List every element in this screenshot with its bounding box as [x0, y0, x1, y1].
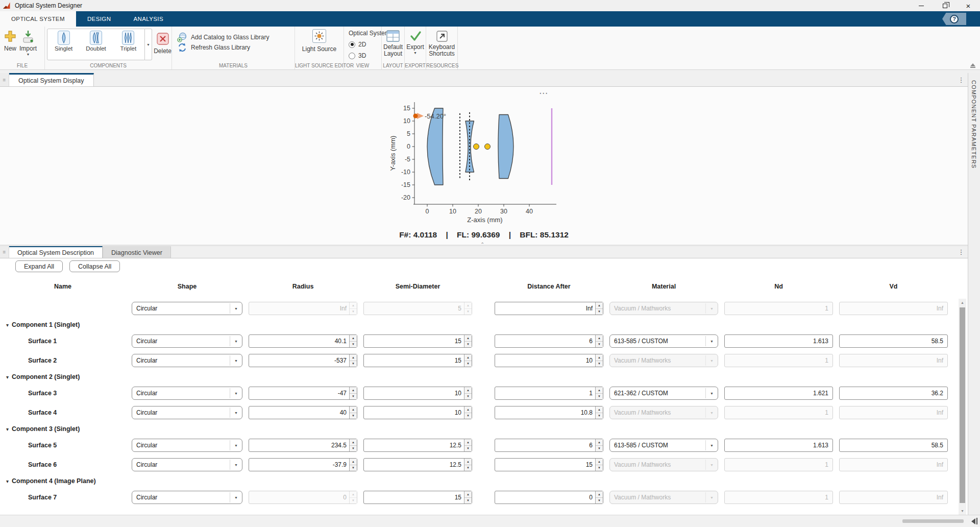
collapse-panel-left-icon[interactable]: [971, 518, 978, 524]
component-group-row[interactable]: ▾Component 4 (Image Plane): [0, 474, 948, 488]
radio-3d[interactable]: 3D: [349, 52, 381, 59]
radius-input[interactable]: -537▲▼: [249, 354, 357, 367]
spin-up-icon[interactable]: ▲: [350, 387, 357, 394]
panel-menu-button[interactable]: ⋮: [954, 246, 968, 258]
field-angle-marker-icon[interactable]: [413, 114, 418, 118]
component-group-row[interactable]: ▾Component 3 (Singlet): [0, 422, 948, 436]
shape-select[interactable]: Circular▼: [132, 439, 242, 452]
dropdown-arrow-zone[interactable]: ▼: [705, 336, 718, 346]
shape-select[interactable]: Circular▼: [132, 491, 242, 504]
radius-input[interactable]: -47▲▼: [249, 387, 357, 400]
dropdown-arrow-zone[interactable]: ▼: [230, 460, 242, 470]
distance-after-input[interactable]: 1▲▼: [495, 387, 603, 400]
spin-down-icon[interactable]: ▼: [596, 394, 603, 400]
spin-down-icon[interactable]: ▼: [350, 413, 357, 419]
horizontal-scrollbar-thumb[interactable]: [902, 519, 964, 523]
dropdown-arrow-zone[interactable]: ▼: [230, 408, 242, 418]
collapse-caret-icon[interactable]: ▾: [6, 478, 9, 484]
component-group-row[interactable]: ▾Component 2 (Singlet): [0, 370, 948, 384]
spin-up-icon[interactable]: ▲: [350, 354, 357, 361]
optical-layout-plot[interactable]: 15 10 5 0 -5 -10 -15 -20 0 10 20 30 40 Y…: [388, 97, 577, 225]
spin-down-icon[interactable]: ▼: [350, 394, 357, 400]
dropdown-arrow-zone[interactable]: ▼: [230, 303, 242, 314]
distance-after-input[interactable]: 0▲▼: [495, 491, 603, 504]
distance-after-input[interactable]: 10▲▼: [495, 354, 603, 367]
shape-select[interactable]: Circular▼: [132, 387, 242, 400]
gallery-dropdown-button[interactable]: ▼: [145, 29, 152, 60]
spin-up-icon[interactable]: ▲: [596, 354, 603, 361]
doublet-button[interactable]: Doublet: [80, 29, 112, 60]
spin-up-icon[interactable]: ▲: [464, 491, 472, 498]
spin-down-icon[interactable]: ▼: [464, 413, 472, 419]
spin-up-icon[interactable]: ▲: [464, 335, 472, 342]
spin-down-icon[interactable]: ▼: [596, 498, 603, 504]
spin-down-icon[interactable]: ▼: [464, 361, 472, 367]
distance-after-input[interactable]: 6▲▼: [495, 439, 603, 452]
material-select[interactable]: 613-585 / CUSTOM▼: [609, 334, 718, 348]
expand-all-button[interactable]: Expand All: [15, 260, 63, 272]
spin-down-icon[interactable]: ▼: [596, 446, 603, 452]
nd-input[interactable]: 1.613: [724, 439, 833, 452]
spin-up-icon[interactable]: ▲: [596, 406, 603, 413]
spin-down-icon[interactable]: ▼: [350, 342, 357, 348]
spin-down-icon[interactable]: ▼: [596, 361, 603, 367]
vd-input[interactable]: 58.5: [839, 439, 948, 452]
spin-up-icon[interactable]: ▲: [596, 335, 603, 342]
spin-down-icon[interactable]: ▼: [464, 465, 472, 471]
dropdown-arrow-zone[interactable]: ▼: [705, 388, 718, 398]
tab-diagnostic-viewer[interactable]: Diagnostic Viewer: [103, 246, 171, 258]
distance-after-input[interactable]: 15▲▼: [495, 458, 603, 471]
spin-up-icon[interactable]: ▲: [350, 335, 357, 342]
dropdown-arrow-zone[interactable]: ▼: [230, 440, 242, 450]
lens-1[interactable]: [427, 108, 443, 185]
spin-up-icon[interactable]: ▲: [464, 354, 472, 361]
spin-up-icon[interactable]: ▲: [596, 439, 603, 446]
semi-diameter-input[interactable]: 15▲▼: [363, 354, 472, 367]
material-select[interactable]: 621-362 / CUSTOM▼: [609, 387, 718, 400]
tab-optical-system-display[interactable]: Optical System Display: [9, 73, 94, 86]
spin-up-icon[interactable]: ▲: [350, 406, 357, 413]
help-button[interactable]: ?: [942, 13, 966, 25]
delete-button[interactable]: Delete: [153, 29, 172, 55]
dropdown-arrow-zone[interactable]: ▼: [230, 388, 242, 398]
material-select[interactable]: 613-585 / CUSTOM▼: [609, 439, 718, 452]
collapse-caret-icon[interactable]: ▾: [6, 322, 9, 328]
spin-down-icon[interactable]: ▼: [350, 446, 357, 452]
radio-2d[interactable]: 2D: [349, 41, 381, 48]
minimize-button[interactable]: [910, 0, 933, 11]
triplet-button[interactable]: Triplet: [112, 29, 144, 60]
radius-input[interactable]: -37.9▲▼: [249, 458, 357, 471]
radius-input[interactable]: 40▲▼: [249, 406, 357, 419]
dropdown-arrow-zone[interactable]: ▼: [230, 355, 242, 366]
semi-diameter-input[interactable]: 12.5▲▼: [363, 439, 472, 452]
vd-input[interactable]: 58.5: [839, 334, 948, 348]
spin-down-icon[interactable]: ▼: [596, 309, 603, 315]
panel-grip-handle[interactable]: ≡: [0, 246, 9, 258]
spin-up-icon[interactable]: ▲: [464, 439, 472, 446]
panel-menu-button[interactable]: ⋮: [954, 73, 968, 86]
scroll-up-icon[interactable]: ▲: [959, 299, 966, 306]
restore-button[interactable]: [933, 0, 957, 11]
component-group-row[interactable]: ▾Component 1 (Singlet): [0, 318, 948, 331]
spin-up-icon[interactable]: ▲: [596, 302, 603, 309]
spin-up-icon[interactable]: ▲: [596, 459, 603, 465]
shape-select[interactable]: Circular▼: [132, 354, 242, 367]
tab-optical-system-description[interactable]: Optical System Description: [9, 246, 103, 258]
lens-3[interactable]: [498, 115, 513, 179]
component-parameters-strip[interactable]: COMPONENT PARAMETERS: [968, 73, 980, 515]
distance-after-input[interactable]: Inf▲▼: [495, 302, 603, 315]
shape-select[interactable]: Circular▼: [132, 334, 242, 348]
spin-up-icon[interactable]: ▲: [464, 459, 472, 465]
import-dropdown-icon[interactable]: ▼: [27, 53, 30, 56]
tab-analysis[interactable]: ANALYSIS: [122, 11, 175, 27]
close-button[interactable]: ×: [957, 0, 980, 11]
spin-up-icon[interactable]: ▲: [350, 439, 357, 446]
spin-down-icon[interactable]: ▼: [350, 361, 357, 367]
field-angle-cone-icon[interactable]: [417, 113, 424, 119]
shape-select[interactable]: Circular▼: [132, 406, 242, 419]
scrollbar-thumb[interactable]: [960, 307, 965, 503]
tab-optical-system[interactable]: OPTICAL SYSTEM: [0, 11, 76, 27]
refresh-glass-library-button[interactable]: Refresh Glass Library: [177, 42, 295, 53]
radius-input[interactable]: 234.5▲▼: [249, 439, 357, 452]
spin-down-icon[interactable]: ▼: [596, 342, 603, 348]
